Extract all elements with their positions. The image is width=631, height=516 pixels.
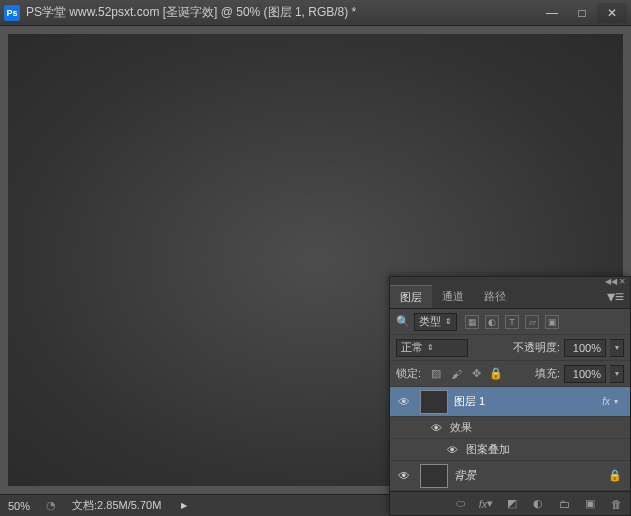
- layer-name[interactable]: 背景: [454, 468, 608, 483]
- chevron-down-icon: ⇕: [445, 317, 452, 326]
- fill-flyout[interactable]: ▾: [610, 365, 624, 383]
- visibility-toggle[interactable]: 👁: [442, 444, 462, 456]
- lock-row: 锁定: ▨ 🖌 ✥ 🔒 填充: 100% ▾: [390, 361, 630, 387]
- maximize-button[interactable]: □: [567, 3, 597, 23]
- lock-pixels-icon[interactable]: 🖌: [449, 367, 463, 381]
- layer-thumbnail[interactable]: [420, 464, 448, 488]
- opacity-label: 不透明度:: [513, 340, 560, 355]
- link-layers-icon[interactable]: ⬭: [452, 496, 468, 512]
- zoom-level[interactable]: 50%: [8, 500, 30, 512]
- adjustment-layer-icon[interactable]: ◐: [530, 496, 546, 512]
- fx-badge[interactable]: fx: [602, 396, 610, 407]
- lock-all-icon[interactable]: 🔒: [489, 367, 503, 381]
- panel-menu-icon[interactable]: ▾≡: [601, 287, 630, 306]
- panel-footer: ⬭ fx▾ ◩ ◐ 🗀 ▣ 🗑: [390, 491, 630, 515]
- visibility-toggle[interactable]: 👁: [394, 469, 414, 483]
- filter-icons: ▦ ◐ T ▱ ▣: [465, 315, 559, 329]
- titlebar: Ps PS学堂 www.52psxt.com [圣诞字效] @ 50% (图层 …: [0, 0, 631, 26]
- tab-channels[interactable]: 通道: [432, 285, 474, 308]
- layer-mask-icon[interactable]: ◩: [504, 496, 520, 512]
- doc-info: 文档:2.85M/5.70M: [72, 498, 161, 513]
- lock-transparency-icon[interactable]: ▨: [429, 367, 443, 381]
- layer-name[interactable]: 图层 1: [454, 394, 602, 409]
- panel-collapse-bar[interactable]: ◀◀ ✕: [390, 277, 630, 285]
- expand-effects-icon[interactable]: ▾: [614, 397, 626, 406]
- panel-tabs: 图层 通道 路径 ▾≡: [390, 285, 630, 309]
- app-icon: Ps: [4, 5, 20, 21]
- layer-thumbnail[interactable]: [420, 390, 448, 414]
- filter-smart-icon[interactable]: ▣: [545, 315, 559, 329]
- pattern-overlay-row[interactable]: 👁 图案叠加: [390, 439, 630, 461]
- blend-mode-label: 正常: [401, 340, 423, 355]
- opacity-value[interactable]: 100%: [564, 339, 606, 357]
- document-title: PS学堂 www.52psxt.com [圣诞字效] @ 50% (图层 1, …: [26, 4, 537, 21]
- blend-row: 正常 ⇕ 不透明度: 100% ▾: [390, 335, 630, 361]
- search-icon[interactable]: 🔍: [396, 315, 410, 328]
- lock-icon: 🔒: [608, 469, 622, 482]
- doc-info-menu[interactable]: ▶: [181, 501, 187, 510]
- filter-type-dropdown[interactable]: 类型 ⇕: [414, 313, 457, 331]
- lock-icons: ▨ 🖌 ✥ 🔒: [429, 367, 503, 381]
- filter-shape-icon[interactable]: ▱: [525, 315, 539, 329]
- chevron-down-icon: ⇕: [427, 343, 434, 352]
- filter-row: 🔍 类型 ⇕ ▦ ◐ T ▱ ▣: [390, 309, 630, 335]
- fill-value[interactable]: 100%: [564, 365, 606, 383]
- close-button[interactable]: ✕: [597, 3, 627, 23]
- visibility-toggle[interactable]: 👁: [426, 422, 446, 434]
- filter-adjust-icon[interactable]: ◐: [485, 315, 499, 329]
- lock-position-icon[interactable]: ✥: [469, 367, 483, 381]
- delete-layer-icon[interactable]: 🗑: [608, 496, 624, 512]
- minimize-button[interactable]: —: [537, 3, 567, 23]
- layer-row-background[interactable]: 👁 背景 🔒: [390, 461, 630, 491]
- new-layer-icon[interactable]: ▣: [582, 496, 598, 512]
- layer-row-layer1[interactable]: 👁 图层 1 fx ▾: [390, 387, 630, 417]
- filter-pixel-icon[interactable]: ▦: [465, 315, 479, 329]
- fill-label: 填充:: [535, 366, 560, 381]
- layer-style-icon[interactable]: fx▾: [478, 496, 494, 512]
- blend-mode-dropdown[interactable]: 正常 ⇕: [396, 339, 468, 357]
- lock-label: 锁定:: [396, 366, 421, 381]
- effects-label: 效果: [450, 420, 472, 435]
- tab-paths[interactable]: 路径: [474, 285, 516, 308]
- status-icon[interactable]: ◔: [46, 499, 56, 512]
- layers-panel: ◀◀ ✕ 图层 通道 路径 ▾≡ 🔍 类型 ⇕ ▦ ◐ T ▱ ▣ 正常 ⇕ 不…: [389, 276, 631, 516]
- tab-layers[interactable]: 图层: [390, 285, 432, 308]
- visibility-toggle[interactable]: 👁: [394, 395, 414, 409]
- pattern-overlay-label: 图案叠加: [466, 442, 510, 457]
- effects-row[interactable]: 👁 效果: [390, 417, 630, 439]
- group-icon[interactable]: 🗀: [556, 496, 572, 512]
- filter-type-icon[interactable]: T: [505, 315, 519, 329]
- layers-list: 👁 图层 1 fx ▾ 👁 效果 👁 图案叠加 👁 背景 🔒: [390, 387, 630, 491]
- filter-type-label: 类型: [419, 314, 441, 329]
- opacity-flyout[interactable]: ▾: [610, 339, 624, 357]
